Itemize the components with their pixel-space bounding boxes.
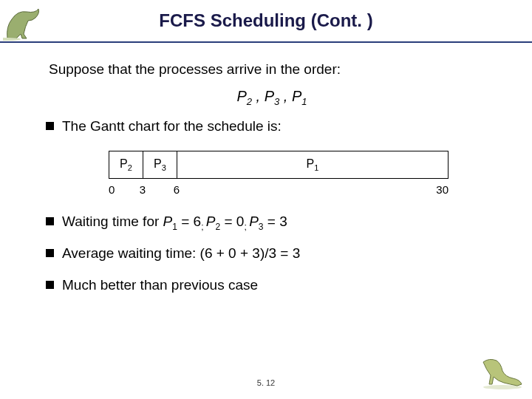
process-order: P2 , P3 , P1	[49, 85, 495, 109]
gantt-seg-p3: P3	[143, 151, 177, 178]
gantt-seg-p1: P1	[177, 151, 449, 178]
bullet-list: The Gantt chart for the schedule is: P2 …	[41, 116, 495, 296]
list-item: The Gantt chart for the schedule is: P2 …	[41, 116, 495, 195]
gantt-ticks: 0 3 6 30	[109, 179, 449, 195]
gantt-chart: P2 P3 P1 0 3 6 30	[109, 151, 449, 195]
list-item: Average waiting time: (6 + 0 + 3)/3 = 3	[41, 243, 495, 265]
tick-0: 0	[109, 182, 115, 199]
gantt-seg-p2: P2	[109, 151, 143, 178]
gantt-bar: P2 P3 P1	[109, 151, 449, 179]
svg-point-0	[3, 38, 21, 41]
tick-6: 6	[174, 182, 180, 199]
tick-30: 30	[436, 182, 449, 199]
slide-content: Suppose that the processes arrive in the…	[0, 43, 532, 296]
list-item: Waiting time for P1 = 6; P2 = 0; P3 = 3	[41, 211, 495, 233]
dinosaur-right-icon	[480, 355, 525, 390]
tick-3: 3	[140, 182, 146, 199]
intro-text: Suppose that the processes arrive in the…	[49, 59, 495, 81]
slide-header: FCFS Scheduling (Cont. )	[0, 0, 532, 43]
list-item: Much better than previous case	[41, 275, 495, 296]
page-title: FCFS Scheduling (Cont. )	[0, 0, 532, 31]
dinosaur-left-icon	[3, 4, 43, 41]
slide-number: 5. 12	[257, 378, 275, 387]
